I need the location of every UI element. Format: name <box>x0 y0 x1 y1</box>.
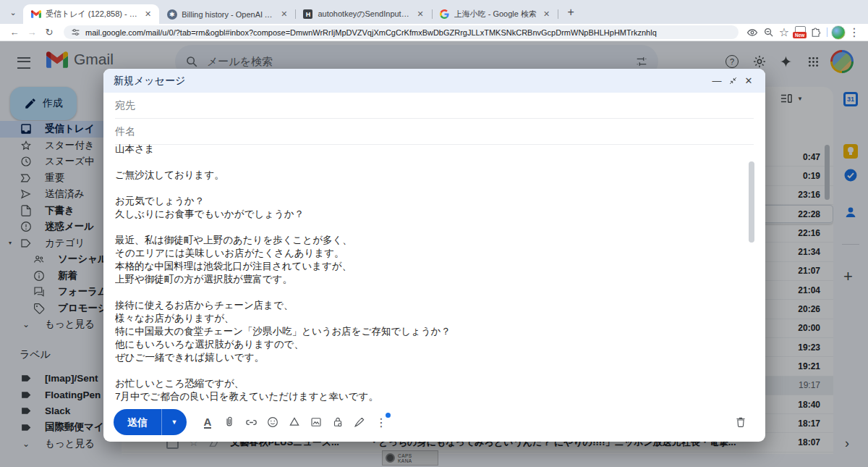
tab-close-icon[interactable]: ✕ <box>142 9 153 20</box>
compose-toolbar: 送信 ▼ A <box>103 403 765 442</box>
body-line: 特に中国最大の食堂チェーン「沙県小吃」というお店をご存知でしょうか？ <box>115 325 744 338</box>
tab-autohotkey[interactable]: H autohotkeyのSendInputのスピード ✕ <box>295 4 431 24</box>
tab-title: 受信トレイ (122,858) - satoshi.em <box>46 9 138 20</box>
openai-favicon: ✱ <box>166 9 177 20</box>
body-line: 上野や御徒町の方が選択肢が豊富です。 <box>115 273 744 286</box>
body-line: 最近、私は御徒町や上野のあたりを歩くことが多く、 <box>115 234 744 247</box>
formatting-options-icon[interactable]: A <box>200 415 215 429</box>
confidential-mode-lock-icon[interactable] <box>331 415 345 429</box>
gmail-favicon <box>30 9 41 20</box>
body-line <box>115 286 744 299</box>
toolbar-separator <box>827 28 827 37</box>
back-icon[interactable]: ← <box>6 27 23 38</box>
compose-header[interactable]: 新規メッセージ — ✕ <box>103 69 765 93</box>
more-options-kebab-icon[interactable]: ⋮ <box>374 415 388 429</box>
zoom-icon[interactable] <box>760 25 776 40</box>
body-line: 様々なお店がありますが、 <box>115 312 744 325</box>
body-lines: 山本さまご無沙汰しております。お元気でしょうか？久しぶりにお食事でもいかがでしょ… <box>115 143 744 403</box>
bookmark-star-icon[interactable]: ☆ <box>776 25 792 40</box>
drive-icon[interactable] <box>287 415 302 429</box>
body-line: 接待に使えるお店からチェーン店まで、 <box>115 299 744 312</box>
site-info-icon[interactable] <box>71 28 80 37</box>
attach-file-icon[interactable] <box>222 415 237 429</box>
body-line: 山本さま <box>115 143 744 156</box>
body-line <box>115 364 744 377</box>
compose-window: 新規メッセージ — ✕ 宛先 件名 山本さまご無沙汰しております。お元気でしょう… <box>103 69 765 442</box>
new-extension-icon[interactable]: New <box>792 25 808 40</box>
password-eye-icon[interactable] <box>744 25 760 40</box>
body-line: お忙しいところ恐縮ですが、 <box>115 377 744 390</box>
autohotkey-favicon: H <box>302 9 313 20</box>
tab-title: Billing history - OpenAI API <box>182 10 274 19</box>
url-bar[interactable]: mail.google.com/mail/u/0/?tab=rm&ogbl#in… <box>64 25 739 39</box>
body-line: そのエリアには美味しいお店がたくさんあります。 <box>115 247 744 260</box>
body-line <box>115 182 744 195</box>
body-line: 他にもいろいろな選択肢がありますので、 <box>115 338 744 351</box>
extensions-puzzle-icon[interactable] <box>808 25 824 40</box>
compose-body[interactable]: 山本さまご無沙汰しております。お元気でしょうか？久しぶりにお食事でもいかがでしょ… <box>115 143 744 403</box>
browser-menu-kebab-icon[interactable]: ⋮ <box>846 25 862 40</box>
body-line: ぜひご一緒できれば嬉しいです。 <box>115 351 744 364</box>
tab-google-search[interactable]: 上海小吃 - Google 検索 ✕ <box>432 4 558 24</box>
exit-fullscreen-icon[interactable] <box>725 73 741 89</box>
body-line: お元気でしょうか？ <box>115 195 744 208</box>
insert-image-icon[interactable] <box>309 415 323 429</box>
google-favicon <box>439 9 450 20</box>
body-line: 7月中でご都合の良い日を教えていただけますと幸いです。 <box>115 390 744 403</box>
body-line: 久しぶりにお食事でもいかがでしょうか？ <box>115 208 744 221</box>
tab-strip: ⌄ 受信トレイ (122,858) - satoshi.em ✕ ✱ Billi… <box>0 0 868 24</box>
tab-gmail[interactable]: 受信トレイ (122,858) - satoshi.em ✕ <box>23 4 159 24</box>
minimize-icon[interactable]: — <box>709 73 725 89</box>
tab-close-icon[interactable]: ✕ <box>541 9 552 20</box>
insert-link-icon[interactable] <box>244 415 258 429</box>
browser-window: ⌄ 受信トレイ (122,858) - satoshi.em ✕ ✱ Billi… <box>0 0 868 467</box>
tab-title: 上海小吃 - Google 検索 <box>454 9 537 20</box>
insert-emoji-icon[interactable] <box>265 415 280 429</box>
discard-draft-trash-icon[interactable] <box>733 415 748 429</box>
browser-profile-avatar[interactable] <box>830 25 846 40</box>
tab-close-icon[interactable]: ✕ <box>278 9 289 20</box>
compose-scrollbar-thumb[interactable] <box>749 161 754 243</box>
subject-field[interactable]: 件名 <box>115 119 754 145</box>
reload-icon[interactable]: ↻ <box>41 27 58 38</box>
send-options-chevron-icon[interactable]: ▼ <box>161 409 187 435</box>
url-text: mail.google.com/mail/u/0/?tab=rm&ogbl#in… <box>85 28 731 37</box>
browser-toolbar: ← → ↻ mail.google.com/mail/u/0/?tab=rm&o… <box>0 24 868 41</box>
tab-search-chevron-icon[interactable]: ⌄ <box>4 4 22 21</box>
compose-title: 新規メッセージ <box>114 75 709 88</box>
body-line: 本格的な中国料理は池袋北口が注目されていますが、 <box>115 260 744 273</box>
new-tab-button[interactable]: + <box>562 4 579 21</box>
body-line: ご無沙汰しております。 <box>115 169 744 182</box>
tab-close-icon[interactable]: ✕ <box>414 9 425 20</box>
body-line <box>115 221 744 234</box>
send-button[interactable]: 送信 ▼ <box>114 409 187 435</box>
to-field[interactable]: 宛先 <box>115 93 754 119</box>
body-line <box>115 156 744 169</box>
forward-icon[interactable]: → <box>23 27 41 38</box>
tab-openai[interactable]: ✱ Billing history - OpenAI API ✕ <box>159 4 295 24</box>
close-icon[interactable]: ✕ <box>741 73 757 89</box>
send-label[interactable]: 送信 <box>114 409 161 435</box>
signature-pen-icon[interactable] <box>352 415 367 429</box>
tab-title: autohotkeyのSendInputのスピード <box>318 9 410 20</box>
